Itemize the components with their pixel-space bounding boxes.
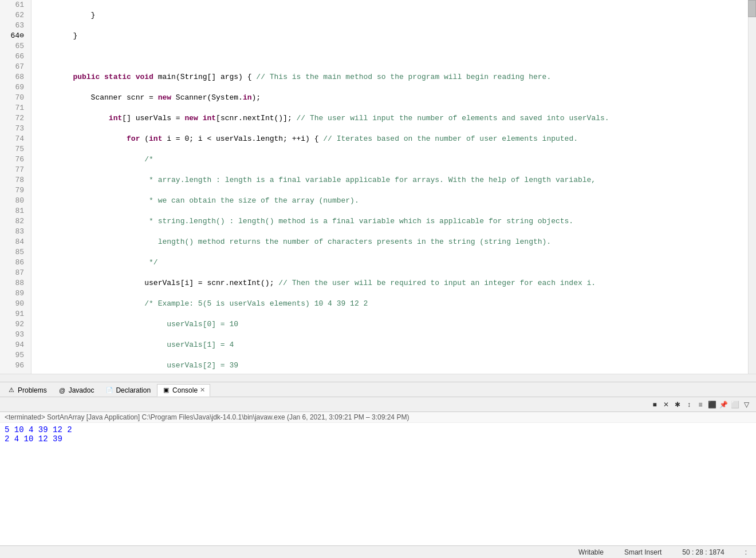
tab-console[interactable]: ▣ Console ✕: [157, 384, 210, 397]
code-line-68: /*: [37, 155, 756, 165]
javadoc-tab-label: Javadoc: [69, 386, 94, 394]
console-status-text: <terminated> SortAnArray [Java Applicati…: [5, 413, 409, 421]
console-tab-label: Console: [172, 386, 198, 394]
maximize-button[interactable]: ⬜: [730, 399, 740, 410]
console-output[interactable]: 5 10 4 39 12 2 2 4 10 12 39: [0, 423, 756, 545]
code-line-67: for (int i = 0; i < userVals.length; ++i…: [37, 134, 756, 144]
code-line-75: /* Example: 5(5 is userVals elements) 10…: [37, 299, 756, 309]
code-line-71: * string.length() : length() method is a…: [37, 216, 756, 227]
problems-tab-label: Problems: [18, 386, 47, 394]
code-line-63: [37, 52, 756, 62]
close-console-button[interactable]: ✕: [661, 399, 671, 410]
pin-button[interactable]: 📌: [718, 399, 729, 410]
bottom-tab-bar: ⚠ Problems @ Javadoc 📄 Declaration ▣ Con…: [0, 382, 756, 397]
status-extra: :: [741, 548, 751, 556]
console-icon: ▣: [162, 386, 170, 394]
code-line-73: */: [37, 258, 756, 268]
code-line-64: public static void main(String[] args) {…: [37, 72, 756, 82]
horizontal-scrollbar[interactable]: [0, 374, 756, 382]
line-numbers: 61 62 63 64⊖ 65 66 67 68 69 70 71 72 73 …: [0, 0, 32, 374]
scrollbar-thumb[interactable]: [748, 0, 756, 17]
console-panel: ■ ✕ ✱ ↕ ≡ ⬛ 📌 ⬜ ▽ <terminated> SortAnArr…: [0, 397, 756, 545]
code-line-62: }: [37, 31, 756, 41]
clear-button[interactable]: ✱: [672, 399, 683, 410]
status-bar: Writable Smart Insert 50 : 28 : 1874 :: [0, 545, 756, 558]
code-line-66: int[] userVals = new int[scnr.nextInt()]…: [37, 113, 756, 124]
code-line-65: Scanner scnr = new Scanner(System.in);: [37, 93, 756, 103]
vertical-scrollbar[interactable]: [748, 0, 756, 374]
code-line-77: userVals[1] = 4: [37, 340, 756, 350]
status-position: 50 : 28 : 1874: [678, 548, 729, 556]
code-line-76: userVals[0] = 10: [37, 319, 756, 330]
declaration-icon: 📄: [105, 386, 113, 394]
code-line-72: length() method returns the number of ch…: [37, 237, 756, 247]
scroll-lock-button[interactable]: ↕: [684, 399, 694, 410]
console-output-line1: 5 10 4 39 12 2: [5, 425, 751, 434]
javadoc-icon: @: [58, 386, 66, 394]
open-external-button[interactable]: ⬛: [707, 399, 717, 410]
problems-icon: ⚠: [7, 386, 15, 394]
console-status-bar: <terminated> SortAnArray [Java Applicati…: [0, 412, 756, 423]
code-line-70: * we can obtain the size of the array (n…: [37, 196, 756, 206]
code-editor: 61 62 63 64⊖ 65 66 67 68 69 70 71 72 73 …: [0, 0, 756, 382]
console-tab-close[interactable]: ✕: [200, 386, 205, 394]
tab-problems[interactable]: ⚠ Problems: [2, 384, 52, 397]
status-writable: Writable: [574, 548, 608, 556]
tab-declaration[interactable]: 📄 Declaration: [100, 384, 156, 397]
minimize-button[interactable]: ▽: [741, 399, 751, 410]
tab-javadoc[interactable]: @ Javadoc: [53, 384, 100, 397]
word-wrap-button[interactable]: ≡: [695, 399, 706, 410]
console-toolbar: ■ ✕ ✱ ↕ ≡ ⬛ 📌 ⬜ ▽: [0, 397, 756, 412]
console-toolbar-right: ■ ✕ ✱ ↕ ≡ ⬛ 📌 ⬜ ▽: [649, 399, 751, 410]
declaration-tab-label: Declaration: [116, 386, 151, 394]
code-container: 61 62 63 64⊖ 65 66 67 68 69 70 71 72 73 …: [0, 0, 756, 374]
code-line-69: * array.length : length is a final varia…: [37, 175, 756, 185]
code-text[interactable]: } } public static void main(String[] arg…: [32, 0, 756, 374]
code-line-78: userVals[2] = 39: [37, 361, 756, 371]
code-line-61: }: [37, 10, 756, 21]
console-output-line2: 2 4 10 12 39: [5, 434, 751, 444]
status-smart-insert: Smart Insert: [620, 548, 666, 556]
code-line-74: userVals[i] = scnr.nextInt(); // Then th…: [37, 278, 756, 288]
stop-button[interactable]: ■: [649, 399, 660, 410]
